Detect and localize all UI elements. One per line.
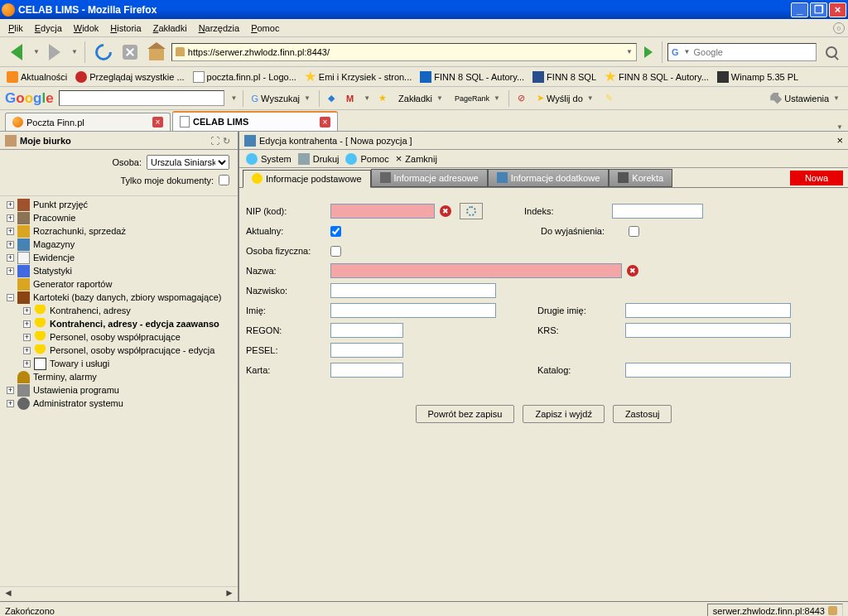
tabs-dropdown-icon[interactable]: ▼ [836,123,843,131]
expand-icon[interactable]: + [7,254,14,262]
katalog-input[interactable] [625,363,791,378]
expand-icon[interactable]: + [7,267,14,275]
form-tab[interactable]: Korekta [609,169,672,187]
aktualny-checkbox[interactable] [330,226,341,237]
star-icon[interactable]: ★ [375,93,390,103]
tree-item[interactable]: +Punkt przyjęć [0,198,238,211]
search-go-button[interactable] [820,41,843,64]
expand-icon[interactable]: + [23,360,31,368]
tree-item[interactable]: +Towary i usługi [0,357,238,370]
highlight-icon[interactable]: ✎ [602,93,616,103]
mydocs-checkbox[interactable] [219,175,229,185]
toolbar-zamknij[interactable]: ×Zamknij [396,152,437,165]
form-tab[interactable]: Informacje podstawowe [243,170,371,188]
tree-item[interactable]: +Personel, osoby współpracujące - edycja [0,344,238,357]
home-button[interactable] [145,41,168,64]
bookmark-item[interactable]: Przeglądaj wszystkie ... [72,70,187,84]
drugieimie-input[interactable] [625,303,791,318]
menu-historia[interactable]: Historia [105,22,146,35]
bookmark-item[interactable]: poczta.finn.pl - Logo... [190,70,300,84]
search-box[interactable]: G▼ [667,43,817,61]
osoba-select[interactable]: Urszula Siniarska [147,155,229,170]
forward-dropdown-icon[interactable]: ▼ [71,48,78,55]
bookmark-item[interactable]: Aktualności [3,70,70,84]
expand-icon[interactable]: + [7,228,14,235]
url-bar[interactable]: ▼ [171,43,637,61]
tree-item[interactable]: +Kontrahenci, adresy [0,304,238,317]
expand-icon[interactable]: + [7,201,14,209]
tree-item[interactable]: Terminy, alarmy [0,370,238,383]
bookmark-item[interactable]: Winamp 5.35 PL [714,70,802,84]
google-search-button[interactable]: GWyszukaj▼ [248,94,314,103]
tree-item[interactable]: +Ewidencje [0,251,238,264]
tree-item[interactable]: +Magazyny [0,238,238,251]
menu-widok[interactable]: Widok [69,22,104,35]
gsearch-dropdown-icon[interactable]: ▼ [231,94,238,102]
toolbar-system[interactable]: System [246,153,292,165]
reload-button[interactable] [92,41,115,64]
search-input[interactable] [693,47,812,57]
sidebar-scrollbar[interactable]: ◄► [0,586,238,601]
sidebar-tool-icon[interactable]: ⛶ [210,136,220,146]
dowyj-checkbox[interactable] [629,226,639,237]
menu-narzedzia[interactable]: Narzędzia [194,22,245,35]
indeks-input[interactable] [612,204,703,219]
tree-item[interactable]: +Rozrachunki, sprzedaż [0,224,238,238]
expand-icon[interactable]: + [23,320,31,328]
restore-button[interactable]: ❐ [810,2,827,17]
save-exit-button[interactable]: Zapisz i wyjdź [523,405,604,423]
expand-icon[interactable]: + [23,334,31,341]
expand-icon[interactable]: + [7,400,14,407]
back-dropdown-icon[interactable]: ▼ [33,48,40,55]
expand-icon[interactable]: + [23,347,31,354]
bookmark-item[interactable]: FINN 8 SQL [529,70,600,84]
tab-poczta[interactable]: Poczta Finn.pl × [5,113,171,131]
menu-zakladki[interactable]: Zakładki [148,22,192,35]
tree-item[interactable]: +Personel, osoby współpracujące [0,330,238,344]
tab-celab[interactable]: CELAB LIMS × [172,111,338,131]
tree-item[interactable]: +Pracownie [0,211,238,224]
bookmark-item[interactable]: FINN 8 SQL - Autory... [601,70,712,84]
tree-item[interactable]: +Statystyki [0,264,238,277]
panel-close-icon[interactable]: × [836,134,843,147]
tree-item[interactable]: +Kontrahenci, adresy - edycja zaawanso [0,317,238,330]
krs-input[interactable] [625,323,791,338]
pagerank-meter[interactable]: PageRank▼ [451,94,504,103]
go-button[interactable] [640,44,657,60]
nip-input[interactable] [330,204,435,219]
gtb-news-icon[interactable]: ◆ [325,93,338,103]
search-engine-dropdown-icon[interactable]: ▼ [684,48,691,55]
back-button[interactable] [5,41,28,64]
toolbar-pomoc[interactable]: Pomoc [345,153,388,165]
form-tab[interactable]: Informacje dodatkowe [488,169,610,187]
sidebar-refresh-icon[interactable]: ↻ [223,136,233,146]
stop-button[interactable] [118,41,142,64]
expand-icon[interactable]: + [7,241,14,248]
nazwisko-input[interactable] [330,283,496,298]
lookup-button[interactable] [460,203,483,219]
close-window-button[interactable]: × [829,2,846,17]
pesel-input[interactable] [330,343,403,358]
new-button[interactable]: Nowa [790,171,843,185]
url-input[interactable] [188,47,624,57]
menu-plik[interactable]: Plik [3,22,28,35]
osobafiz-checkbox[interactable] [330,246,341,257]
bookmark-item[interactable]: Emi i Krzysiek - stron... [301,70,415,84]
imie-input[interactable] [330,303,496,318]
tree-item[interactable]: +Administrator systemu [0,397,238,410]
cancel-button[interactable]: Powrót bez zapisu [416,405,515,423]
bookmark-item[interactable]: FINN 8 SQL - Autory... [417,70,528,84]
karta-input[interactable] [330,363,403,378]
google-logo[interactable]: Google [5,90,54,107]
expand-icon[interactable]: + [7,214,14,222]
url-dropdown-icon[interactable]: ▼ [626,48,633,55]
block-icon[interactable]: ⊘ [514,93,528,103]
tree-item[interactable]: Generator raportów [0,277,238,291]
menu-pomoc[interactable]: Pomoc [246,22,284,35]
google-bookmarks[interactable]: Zakładki▼ [395,94,446,103]
tree-item[interactable]: +Ustawienia programu [0,383,238,397]
expand-icon[interactable]: + [23,307,31,315]
toolbar-drukuj[interactable]: Drukuj [298,153,340,165]
tab-close-icon[interactable]: × [152,117,163,128]
google-settings[interactable]: Ustawienia▼ [767,93,843,104]
